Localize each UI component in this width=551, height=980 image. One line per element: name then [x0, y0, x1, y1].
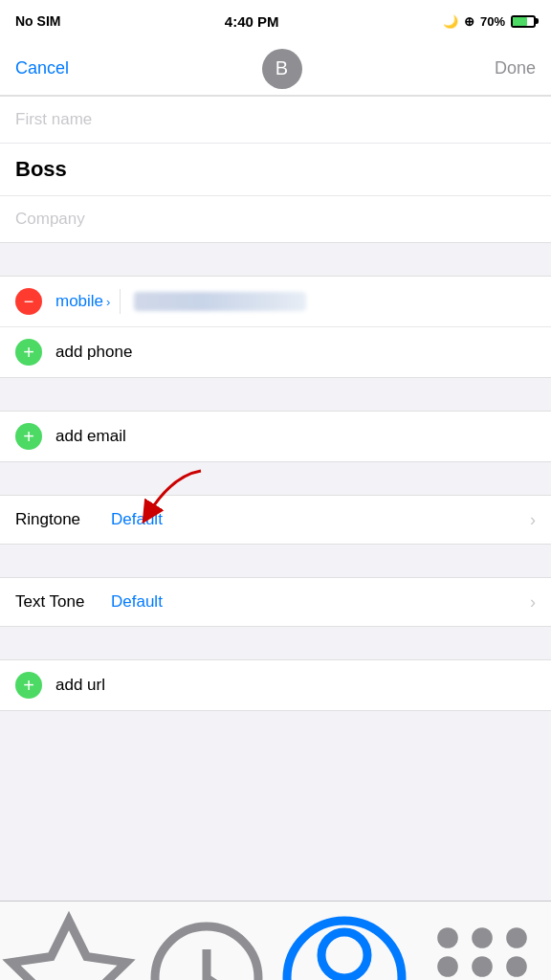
keypad-icon [413, 909, 551, 980]
company-placeholder: Company [15, 210, 85, 228]
last-name-value: Boss [15, 157, 67, 181]
spacer-4 [0, 545, 551, 577]
carrier-label: No SIM [15, 13, 60, 29]
phone-number-field[interactable] [134, 292, 306, 311]
company-field[interactable]: Company [0, 196, 551, 242]
tab-contacts[interactable]: Contacts [276, 909, 413, 980]
done-button[interactable]: Done [495, 58, 536, 78]
svg-point-5 [472, 927, 493, 948]
svg-point-6 [506, 927, 527, 948]
tab-recents[interactable]: Recents [138, 909, 276, 980]
battery-percentage: 70% [480, 14, 505, 29]
battery-icon [511, 15, 536, 28]
spacer-3 [0, 462, 551, 495]
avatar: B [262, 49, 302, 89]
status-bar: No SIM 4:40 PM 🌙 ⊕ 70% [0, 0, 551, 42]
first-name-field[interactable]: First name [0, 97, 551, 144]
text-tone-chevron: › [530, 592, 536, 612]
cancel-button[interactable]: Cancel [15, 58, 69, 78]
phone-divider [120, 289, 121, 314]
phone-section: − mobile › + add phone [0, 276, 551, 378]
time-label: 4:40 PM [225, 13, 279, 30]
phone-label-button[interactable]: mobile › [55, 292, 110, 311]
tab-bar: Favourites Recents Contacts Keyp [0, 901, 551, 980]
remove-phone-button[interactable]: − [15, 288, 42, 315]
last-name-field[interactable]: Boss [0, 144, 551, 196]
ringtone-row[interactable]: Ringtone Default › [0, 496, 551, 544]
text-tone-row[interactable]: Text Tone Default › [0, 578, 551, 626]
add-url-label: add url [55, 676, 105, 695]
battery-fill [513, 17, 527, 26]
add-phone-row[interactable]: + add phone [0, 327, 551, 377]
add-phone-button[interactable]: + [15, 339, 42, 366]
location-icon: ⊕ [464, 14, 474, 29]
tab-favourites[interactable]: Favourites [0, 909, 138, 980]
svg-marker-0 [11, 921, 126, 980]
tab-keypad[interactable]: Keypad [413, 909, 551, 980]
ringtone-chevron: › [530, 510, 536, 530]
add-email-button[interactable]: + [15, 423, 42, 450]
phone-label-chevron: › [106, 295, 110, 309]
status-indicators: 🌙 ⊕ 70% [443, 14, 536, 29]
svg-point-2 [321, 932, 367, 978]
url-section: + add url [0, 659, 551, 711]
add-email-row[interactable]: + add email [0, 412, 551, 461]
spacer-1 [0, 243, 551, 276]
svg-point-4 [437, 927, 458, 948]
spacer-5 [0, 627, 551, 659]
contacts-icon [276, 909, 413, 980]
moon-icon: 🌙 [443, 14, 458, 29]
svg-point-7 [437, 956, 458, 977]
text-tone-value: Default [111, 592, 530, 612]
text-tone-label: Text Tone [15, 592, 111, 612]
favourites-icon [0, 909, 138, 980]
spacer-2 [0, 378, 551, 411]
phone-row: − mobile › [0, 277, 551, 327]
red-arrow-annotation [96, 466, 220, 533]
svg-point-8 [472, 956, 493, 977]
nav-bar: Cancel B Done [0, 42, 551, 96]
ringtone-section: Ringtone Default › [0, 495, 551, 545]
recents-icon [138, 909, 276, 980]
svg-point-9 [506, 956, 527, 977]
add-phone-label: add phone [55, 343, 132, 362]
email-section: + add email [0, 411, 551, 462]
phone-label-text: mobile [55, 292, 103, 311]
ringtone-container: Ringtone Default › [0, 495, 551, 545]
add-url-row[interactable]: + add url [0, 660, 551, 710]
name-section: First name Boss Company [0, 96, 551, 243]
text-tone-section: Text Tone Default › [0, 577, 551, 627]
first-name-placeholder: First name [15, 110, 92, 128]
add-url-button[interactable]: + [15, 672, 42, 699]
add-email-label: add email [55, 427, 126, 446]
